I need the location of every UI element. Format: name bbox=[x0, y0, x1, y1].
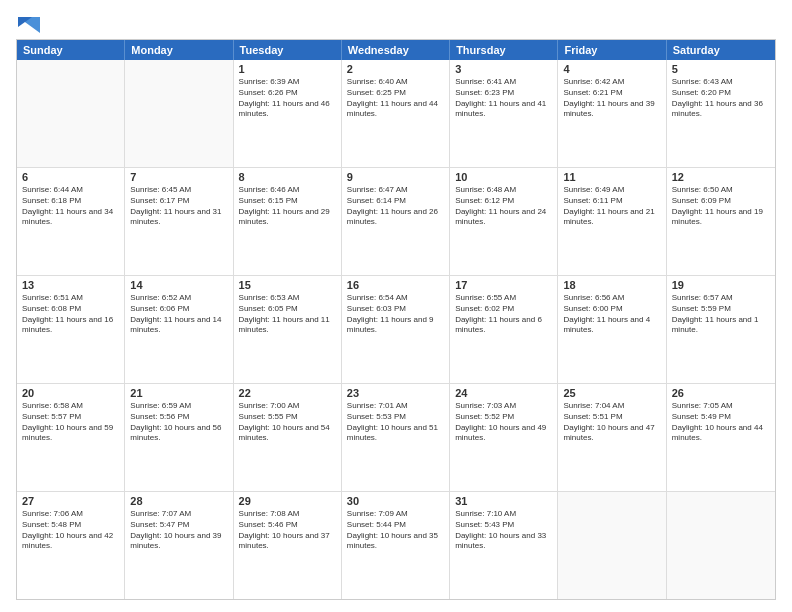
weekday-header: Tuesday bbox=[234, 40, 342, 60]
calendar-cell: 10Sunrise: 6:48 AM Sunset: 6:12 PM Dayli… bbox=[450, 168, 558, 275]
calendar-cell: 17Sunrise: 6:55 AM Sunset: 6:02 PM Dayli… bbox=[450, 276, 558, 383]
cell-info: Sunrise: 7:04 AM Sunset: 5:51 PM Dayligh… bbox=[563, 401, 660, 444]
day-number: 15 bbox=[239, 279, 336, 291]
calendar-cell: 21Sunrise: 6:59 AM Sunset: 5:56 PM Dayli… bbox=[125, 384, 233, 491]
cell-info: Sunrise: 6:43 AM Sunset: 6:20 PM Dayligh… bbox=[672, 77, 770, 120]
day-number: 14 bbox=[130, 279, 227, 291]
day-number: 5 bbox=[672, 63, 770, 75]
day-number: 13 bbox=[22, 279, 119, 291]
day-number: 21 bbox=[130, 387, 227, 399]
calendar-cell: 16Sunrise: 6:54 AM Sunset: 6:03 PM Dayli… bbox=[342, 276, 450, 383]
calendar-cell bbox=[667, 492, 775, 599]
calendar-cell: 6Sunrise: 6:44 AM Sunset: 6:18 PM Daylig… bbox=[17, 168, 125, 275]
calendar-cell: 14Sunrise: 6:52 AM Sunset: 6:06 PM Dayli… bbox=[125, 276, 233, 383]
calendar-row: 20Sunrise: 6:58 AM Sunset: 5:57 PM Dayli… bbox=[17, 384, 775, 492]
calendar-row: 13Sunrise: 6:51 AM Sunset: 6:08 PM Dayli… bbox=[17, 276, 775, 384]
cell-info: Sunrise: 6:41 AM Sunset: 6:23 PM Dayligh… bbox=[455, 77, 552, 120]
logo bbox=[16, 12, 40, 31]
cell-info: Sunrise: 6:59 AM Sunset: 5:56 PM Dayligh… bbox=[130, 401, 227, 444]
cell-info: Sunrise: 7:07 AM Sunset: 5:47 PM Dayligh… bbox=[130, 509, 227, 552]
day-number: 24 bbox=[455, 387, 552, 399]
calendar-body: 1Sunrise: 6:39 AM Sunset: 6:26 PM Daylig… bbox=[17, 60, 775, 599]
day-number: 19 bbox=[672, 279, 770, 291]
calendar-row: 1Sunrise: 6:39 AM Sunset: 6:26 PM Daylig… bbox=[17, 60, 775, 168]
calendar-cell: 7Sunrise: 6:45 AM Sunset: 6:17 PM Daylig… bbox=[125, 168, 233, 275]
logo-icon bbox=[18, 17, 40, 33]
cell-info: Sunrise: 6:40 AM Sunset: 6:25 PM Dayligh… bbox=[347, 77, 444, 120]
calendar-cell: 26Sunrise: 7:05 AM Sunset: 5:49 PM Dayli… bbox=[667, 384, 775, 491]
calendar-cell bbox=[17, 60, 125, 167]
cell-info: Sunrise: 7:08 AM Sunset: 5:46 PM Dayligh… bbox=[239, 509, 336, 552]
day-number: 18 bbox=[563, 279, 660, 291]
calendar-cell: 11Sunrise: 6:49 AM Sunset: 6:11 PM Dayli… bbox=[558, 168, 666, 275]
cell-info: Sunrise: 6:55 AM Sunset: 6:02 PM Dayligh… bbox=[455, 293, 552, 336]
weekday-header: Friday bbox=[558, 40, 666, 60]
page: SundayMondayTuesdayWednesdayThursdayFrid… bbox=[0, 0, 792, 612]
day-number: 3 bbox=[455, 63, 552, 75]
day-number: 7 bbox=[130, 171, 227, 183]
weekday-header: Wednesday bbox=[342, 40, 450, 60]
weekday-header: Thursday bbox=[450, 40, 558, 60]
calendar-cell: 28Sunrise: 7:07 AM Sunset: 5:47 PM Dayli… bbox=[125, 492, 233, 599]
day-number: 27 bbox=[22, 495, 119, 507]
day-number: 20 bbox=[22, 387, 119, 399]
calendar-cell: 13Sunrise: 6:51 AM Sunset: 6:08 PM Dayli… bbox=[17, 276, 125, 383]
calendar-cell: 19Sunrise: 6:57 AM Sunset: 5:59 PM Dayli… bbox=[667, 276, 775, 383]
cell-info: Sunrise: 6:51 AM Sunset: 6:08 PM Dayligh… bbox=[22, 293, 119, 336]
day-number: 11 bbox=[563, 171, 660, 183]
cell-info: Sunrise: 6:49 AM Sunset: 6:11 PM Dayligh… bbox=[563, 185, 660, 228]
cell-info: Sunrise: 6:44 AM Sunset: 6:18 PM Dayligh… bbox=[22, 185, 119, 228]
calendar-cell: 29Sunrise: 7:08 AM Sunset: 5:46 PM Dayli… bbox=[234, 492, 342, 599]
day-number: 6 bbox=[22, 171, 119, 183]
header bbox=[16, 12, 776, 31]
cell-info: Sunrise: 7:00 AM Sunset: 5:55 PM Dayligh… bbox=[239, 401, 336, 444]
cell-info: Sunrise: 6:39 AM Sunset: 6:26 PM Dayligh… bbox=[239, 77, 336, 120]
day-number: 4 bbox=[563, 63, 660, 75]
day-number: 26 bbox=[672, 387, 770, 399]
cell-info: Sunrise: 7:05 AM Sunset: 5:49 PM Dayligh… bbox=[672, 401, 770, 444]
cell-info: Sunrise: 6:58 AM Sunset: 5:57 PM Dayligh… bbox=[22, 401, 119, 444]
calendar-cell: 31Sunrise: 7:10 AM Sunset: 5:43 PM Dayli… bbox=[450, 492, 558, 599]
day-number: 17 bbox=[455, 279, 552, 291]
cell-info: Sunrise: 7:10 AM Sunset: 5:43 PM Dayligh… bbox=[455, 509, 552, 552]
day-number: 12 bbox=[672, 171, 770, 183]
cell-info: Sunrise: 6:56 AM Sunset: 6:00 PM Dayligh… bbox=[563, 293, 660, 336]
day-number: 23 bbox=[347, 387, 444, 399]
calendar-cell: 23Sunrise: 7:01 AM Sunset: 5:53 PM Dayli… bbox=[342, 384, 450, 491]
day-number: 22 bbox=[239, 387, 336, 399]
calendar-cell: 30Sunrise: 7:09 AM Sunset: 5:44 PM Dayli… bbox=[342, 492, 450, 599]
calendar-row: 27Sunrise: 7:06 AM Sunset: 5:48 PM Dayli… bbox=[17, 492, 775, 599]
calendar-cell: 5Sunrise: 6:43 AM Sunset: 6:20 PM Daylig… bbox=[667, 60, 775, 167]
calendar-cell: 1Sunrise: 6:39 AM Sunset: 6:26 PM Daylig… bbox=[234, 60, 342, 167]
cell-info: Sunrise: 6:57 AM Sunset: 5:59 PM Dayligh… bbox=[672, 293, 770, 336]
weekday-header: Sunday bbox=[17, 40, 125, 60]
cell-info: Sunrise: 6:48 AM Sunset: 6:12 PM Dayligh… bbox=[455, 185, 552, 228]
day-number: 16 bbox=[347, 279, 444, 291]
cell-info: Sunrise: 6:47 AM Sunset: 6:14 PM Dayligh… bbox=[347, 185, 444, 228]
cell-info: Sunrise: 7:06 AM Sunset: 5:48 PM Dayligh… bbox=[22, 509, 119, 552]
day-number: 10 bbox=[455, 171, 552, 183]
calendar-cell bbox=[125, 60, 233, 167]
day-number: 29 bbox=[239, 495, 336, 507]
day-number: 28 bbox=[130, 495, 227, 507]
calendar-cell: 3Sunrise: 6:41 AM Sunset: 6:23 PM Daylig… bbox=[450, 60, 558, 167]
day-number: 25 bbox=[563, 387, 660, 399]
day-number: 8 bbox=[239, 171, 336, 183]
cell-info: Sunrise: 6:54 AM Sunset: 6:03 PM Dayligh… bbox=[347, 293, 444, 336]
day-number: 31 bbox=[455, 495, 552, 507]
logo-general bbox=[16, 12, 40, 35]
calendar-cell: 12Sunrise: 6:50 AM Sunset: 6:09 PM Dayli… bbox=[667, 168, 775, 275]
cell-info: Sunrise: 7:01 AM Sunset: 5:53 PM Dayligh… bbox=[347, 401, 444, 444]
calendar-cell: 20Sunrise: 6:58 AM Sunset: 5:57 PM Dayli… bbox=[17, 384, 125, 491]
day-number: 9 bbox=[347, 171, 444, 183]
cell-info: Sunrise: 6:53 AM Sunset: 6:05 PM Dayligh… bbox=[239, 293, 336, 336]
cell-info: Sunrise: 6:46 AM Sunset: 6:15 PM Dayligh… bbox=[239, 185, 336, 228]
calendar-cell: 25Sunrise: 7:04 AM Sunset: 5:51 PM Dayli… bbox=[558, 384, 666, 491]
cell-info: Sunrise: 6:42 AM Sunset: 6:21 PM Dayligh… bbox=[563, 77, 660, 120]
calendar-cell: 24Sunrise: 7:03 AM Sunset: 5:52 PM Dayli… bbox=[450, 384, 558, 491]
calendar-cell: 9Sunrise: 6:47 AM Sunset: 6:14 PM Daylig… bbox=[342, 168, 450, 275]
cell-info: Sunrise: 6:52 AM Sunset: 6:06 PM Dayligh… bbox=[130, 293, 227, 336]
day-number: 2 bbox=[347, 63, 444, 75]
calendar-cell: 15Sunrise: 6:53 AM Sunset: 6:05 PM Dayli… bbox=[234, 276, 342, 383]
calendar: SundayMondayTuesdayWednesdayThursdayFrid… bbox=[16, 39, 776, 600]
